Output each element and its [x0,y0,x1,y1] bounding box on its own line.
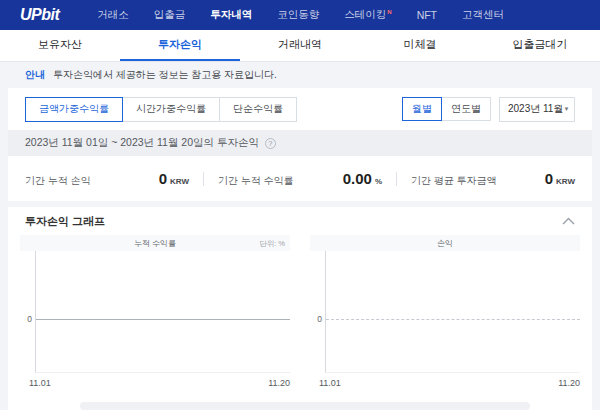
new-badge: N [387,9,391,15]
chart-title: 누적 수익률 [134,238,176,249]
stat-value: 0KRW [545,170,575,187]
x-axis-labels: 11.01 11.20 [319,373,580,388]
stat-label: 기간 누적 손익 [25,174,91,188]
stat-average-investment: 기간 평균 투자금액 0KRW [411,170,575,188]
nav-item-staking[interactable]: 스테이킹N [344,8,391,22]
period-monthly-button[interactable]: 월별 [402,97,442,121]
nav-item-investments[interactable]: 투자내역 [210,8,252,22]
stat-cumulative-return: 기간 누적 수익률 0.00% [218,170,382,188]
charts-row: 누적 수익률 단위: % 0 11.01 11.20 손익 [20,235,580,388]
notice-prefix: 안내 [25,68,45,82]
tab-open-orders[interactable]: 미체결 [360,30,480,61]
stat-unit: KRW [170,177,189,186]
top-nav: UPbit 거래소 입출금 투자내역 코인동향 스테이킹N NFT 고객센터 [0,0,600,30]
tab-holdings[interactable]: 보유자산 [0,30,120,61]
page-body: 안내 투자손익에서 제공하는 정보는 참고용 자료입니다. 금액가중수익률 시간… [0,62,600,410]
stat-label: 기간 누적 수익률 [218,174,294,188]
nav-items: 거래소 입출금 투자내역 코인동향 스테이킹N NFT 고객센터 [97,8,504,22]
month-select[interactable]: 2023년 11월 ▼ [499,97,575,122]
stat-label: 기간 평균 투자금액 [411,174,497,188]
cumulative-return-chart: 누적 수익률 단위: % 0 11.01 11.20 [20,235,290,388]
summary-panel: 2023년 11월 01일 ~ 2023년 11월 20일의 투자손익 ? 기간… [8,130,592,201]
profit-loss-chart: 손익 0 11.01 11.20 [310,235,580,388]
stat-value: 0.00% [343,170,382,187]
x-axis-end-label: 11.20 [268,378,290,388]
upbit-logo[interactable]: UPbit [20,6,59,24]
plot-area-wrapper: 0 11.01 11.20 [325,251,580,388]
period-type-group: 월별 연도별 [402,97,491,121]
graph-panel: 투자손익 그래프 누적 수익률 단위: % 0 [8,207,592,410]
chevron-up-icon [562,217,575,225]
nav-item-coin-trends[interactable]: 코인동향 [277,8,319,22]
y-axis-zero-label: 0 [311,314,322,324]
filter-panel: 금액가중수익률 시간가중수익률 단순수익률 월별 연도별 2023년 11월 ▼ [8,88,592,130]
period-controls: 월별 연도별 2023년 11월 ▼ [402,97,575,122]
divider [203,172,204,186]
graph-section-title: 투자손익 그래프 [25,214,105,229]
month-select-value: 2023년 11월 [508,102,563,116]
x-axis-start-label: 11.01 [29,378,51,388]
chart-title-band: 누적 수익률 단위: % [20,235,290,251]
nav-item-exchange[interactable]: 거래소 [97,8,129,22]
stat-number: 0 [159,170,167,187]
return-type-group: 금액가중수익률 시간가중수익률 단순수익률 [25,97,297,122]
tab-profit-loss[interactable]: 투자손익 [120,30,240,61]
chart-title-band: 손익 [310,235,580,251]
stat-unit: % [375,177,382,186]
zero-value-line [326,319,580,320]
graph-header: 투자손익 그래프 [20,207,580,235]
collapse-section-button[interactable] [562,217,575,225]
notice-text: 투자손익에서 제공하는 정보는 참고용 자료입니다. [53,68,277,82]
nav-item-staking-label: 스테이킹 [344,8,386,20]
period-title: 2023년 11월 01일 ~ 2023년 11월 20일의 투자손익 [25,136,259,150]
y-axis-zero-label: 0 [21,314,32,324]
plot-area: 0 [325,251,580,373]
horizontal-scrollbar[interactable] [80,402,530,410]
notice-bar: 안내 투자손익에서 제공하는 정보는 참고용 자료입니다. [8,62,592,88]
help-icon[interactable]: ? [265,138,276,149]
stat-cumulative-profit: 기간 누적 손익 0KRW [25,170,189,188]
tab-pending-transfers[interactable]: 입출금대기 [480,30,600,61]
zero-value-line [36,319,290,320]
divider [396,172,397,186]
stats-row: 기간 누적 손익 0KRW 기간 누적 수익률 0.00% 기간 평균 투자금액… [8,156,592,201]
x-axis-start-label: 11.01 [319,378,341,388]
return-type-money-weighted-button[interactable]: 금액가중수익률 [25,97,123,122]
return-type-time-weighted-button[interactable]: 시간가중수익률 [122,97,220,122]
tab-trade-history[interactable]: 거래내역 [240,30,360,61]
return-type-simple-button[interactable]: 단순수익률 [219,97,297,122]
chart-title: 손익 [437,238,453,249]
period-title-bar: 2023년 11월 01일 ~ 2023년 11월 20일의 투자손익 ? [8,130,592,156]
caret-down-icon: ▼ [563,106,569,112]
nav-item-deposit-withdrawal[interactable]: 입출금 [154,8,186,22]
nav-item-nft[interactable]: NFT [417,9,437,21]
tab-bar: 보유자산 투자손익 거래내역 미체결 입출금대기 [0,30,600,62]
stat-number: 0.00 [343,170,372,187]
x-axis-labels: 11.01 11.20 [29,373,290,388]
plot-area-wrapper: 0 11.01 11.20 [35,251,290,388]
period-yearly-button[interactable]: 연도별 [441,97,491,121]
nav-item-support[interactable]: 고객센터 [462,8,504,22]
stat-number: 0 [545,170,553,187]
stat-value: 0KRW [159,170,189,187]
x-axis-end-label: 11.20 [558,378,580,388]
stat-unit: KRW [556,177,575,186]
plot-area: 0 [35,251,290,373]
chart-unit-label: 단위: % [259,239,285,249]
